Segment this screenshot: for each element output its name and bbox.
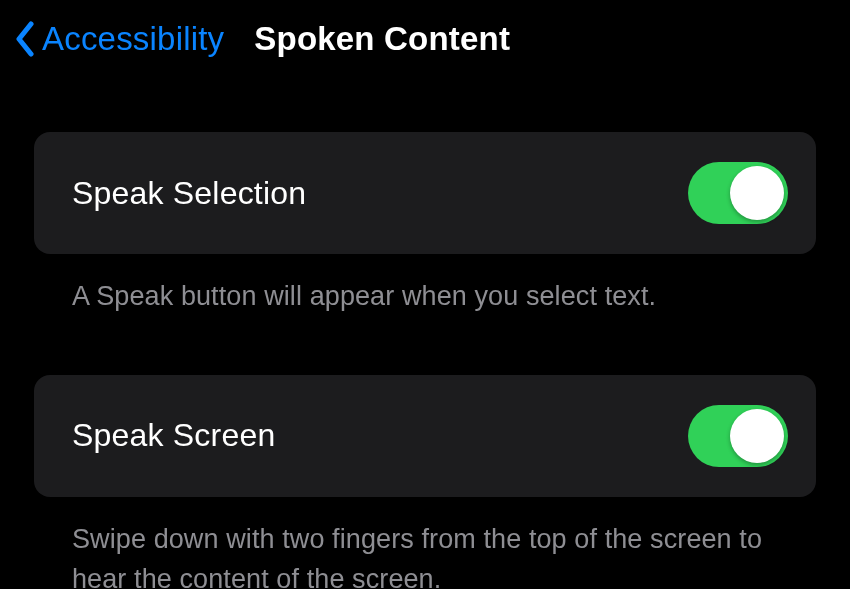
toggle-knob [730, 166, 784, 220]
speak-selection-label: Speak Selection [72, 175, 306, 212]
content-area: Speak Selection A Speak button will appe… [0, 86, 850, 589]
speak-screen-group: Speak Screen Swipe down with two fingers… [34, 375, 816, 590]
back-label: Accessibility [42, 20, 224, 58]
speak-screen-label: Speak Screen [72, 417, 275, 454]
speak-selection-group: Speak Selection A Speak button will appe… [34, 132, 816, 317]
chevron-left-icon [14, 21, 36, 57]
speak-screen-description: Swipe down with two fingers from the top… [34, 497, 816, 590]
toggle-knob [730, 409, 784, 463]
speak-screen-row[interactable]: Speak Screen [34, 375, 816, 497]
speak-selection-toggle[interactable] [688, 162, 788, 224]
speak-selection-description: A Speak button will appear when you sele… [34, 254, 816, 317]
back-button[interactable]: Accessibility [14, 20, 224, 58]
header-bar: Accessibility Spoken Content [0, 0, 850, 86]
speak-selection-row[interactable]: Speak Selection [34, 132, 816, 254]
speak-screen-toggle[interactable] [688, 405, 788, 467]
page-title: Spoken Content [254, 20, 510, 58]
